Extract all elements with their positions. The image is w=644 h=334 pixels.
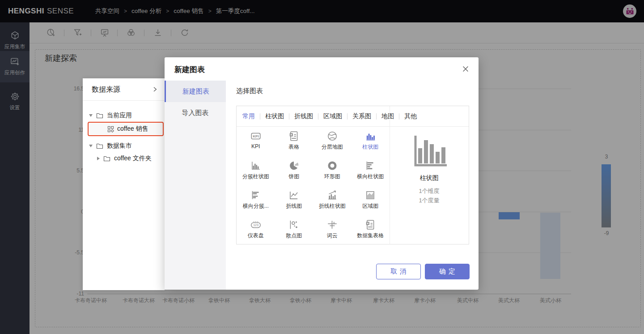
tab-new-chart[interactable]: 新建图表 [165, 81, 226, 102]
clustered-bar-icon [250, 160, 262, 171]
tab-divider [289, 113, 289, 120]
svg-text:123: 123 [253, 223, 258, 227]
chart-type-label: 词云 [327, 232, 338, 240]
caret-down-icon[interactable] [89, 145, 93, 147]
chart-select-box: 常用 柱状图 折线图 区域图 关系图 地图 其他 KPI KPI [236, 106, 469, 244]
chart-type-h-clustered-bar[interactable]: 横向分簇... [237, 186, 275, 215]
donut-icon [326, 160, 338, 171]
chart-type-label: KPI [251, 143, 260, 150]
caret-right-icon[interactable] [97, 157, 100, 160]
tab-divider [318, 113, 318, 120]
chart-type-label: 数据集表格 [357, 232, 384, 240]
bar-chart-preview-icon [410, 133, 449, 171]
category-tab-line[interactable]: 折线图 [294, 112, 313, 120]
tab-label: 新建图表 [182, 87, 209, 96]
hbar-icon [364, 160, 376, 171]
tree-item-coffee-folder[interactable]: coffee 文件夹 [97, 152, 152, 165]
tab-divider [376, 113, 377, 120]
folder-icon [96, 142, 103, 150]
preview-measure-hint: 1个度量 [390, 197, 469, 205]
chart-type-label: 分簇柱状图 [242, 173, 269, 180]
category-tab-bar[interactable]: 柱状图 [265, 112, 284, 120]
gauge-icon: 123 [250, 219, 262, 231]
datasource-panel: 数据来源 当前应用 coffee 销售 [83, 78, 165, 290]
close-icon[interactable] [462, 65, 470, 73]
table-doc-icon [288, 130, 300, 142]
preview-dimension-hint: 1个维度 [390, 187, 469, 195]
line-bar-icon [326, 189, 338, 201]
chart-type-label: 环形图 [324, 173, 340, 180]
chart-type-label: 表格 [288, 143, 299, 151]
tree-item-data-market[interactable]: 数据集市 [89, 140, 132, 152]
tree-item-label: coffee 文件夹 [114, 154, 152, 163]
chart-type-dataset-table[interactable]: 数据集表格 [352, 215, 390, 245]
chart-type-donut[interactable]: 环形图 [313, 156, 352, 186]
chart-type-layered-map[interactable]: 分层地图 [313, 127, 352, 156]
chart-type-label: 散点图 [286, 232, 302, 240]
line-icon [288, 189, 300, 201]
chart-type-area[interactable]: 区域图 [352, 186, 390, 215]
chart-type-scatter[interactable]: 散点图 [275, 215, 314, 245]
modal-side-tabs: 新建图表 导入图表 [165, 81, 226, 290]
chart-type-wordcloud[interactable]: 词云 [313, 215, 352, 245]
cancel-button[interactable]: 取消 [376, 264, 421, 279]
folder-icon [103, 155, 110, 162]
datasource-title: 数据来源 [92, 85, 120, 94]
tab-divider [347, 113, 347, 120]
chart-type-gauge[interactable]: 123 仪表盘 [237, 215, 275, 245]
chart-type-line-bar[interactable]: 折线柱状图 [313, 186, 352, 215]
chart-type-clustered-bar[interactable]: 分簇柱状图 [237, 156, 275, 186]
bar-chart-icon [364, 130, 376, 142]
chart-type-line[interactable]: 折线图 [275, 186, 314, 215]
chart-type-bar-selected[interactable]: 柱状图 [352, 127, 390, 156]
wordcloud-icon [326, 219, 338, 231]
chart-type-hbar[interactable]: 横向柱状图 [352, 156, 390, 186]
section-title: 选择图表 [236, 87, 263, 95]
category-tab-relation[interactable]: 关系图 [352, 112, 371, 120]
collapse-chevron-icon[interactable] [152, 86, 158, 93]
svg-text:KPI: KPI [253, 134, 259, 138]
category-tab-common[interactable]: 常用 [242, 112, 255, 120]
folder-icon [96, 112, 103, 119]
category-tab-area[interactable]: 区域图 [323, 112, 342, 120]
chart-type-label: 横向柱状图 [357, 173, 384, 180]
tree-item-coffee-sales-selected[interactable]: coffee 销售 [88, 122, 164, 136]
tree-item-label: 当前应用 [107, 111, 132, 120]
app-screen: HENGSHISENSE 共享空间 > coffee 分析 > coffee 销… [0, 0, 644, 334]
layered-map-icon [326, 130, 338, 142]
chart-type-pie[interactable]: 饼图 [275, 156, 314, 186]
dataset-table-icon [364, 219, 376, 231]
chart-type-label: 柱状图 [362, 143, 378, 151]
tree-item-label: 数据集市 [107, 142, 132, 150]
chart-type-kpi[interactable]: KPI KPI [237, 127, 275, 156]
tree-item-label: coffee 销售 [117, 125, 148, 133]
chart-type-label: 横向分簇... [243, 202, 269, 210]
scatter-icon [288, 219, 300, 231]
kpi-icon: KPI [250, 130, 262, 142]
chart-type-label: 折线柱状图 [319, 202, 346, 210]
caret-down-icon[interactable] [89, 114, 93, 117]
dataset-icon [107, 126, 114, 133]
new-chart-modal: 新建图表 新建图表 导入图表 选择图表 常用 柱状图 折线图 区域图 关系图 地… [165, 57, 479, 290]
chart-type-grid: KPI KPI 表格 [237, 127, 390, 245]
chart-preview: 柱状图 1个维度 1个度量 [390, 106, 469, 244]
chart-type-label: 饼图 [288, 173, 299, 180]
tab-divider [260, 113, 260, 120]
tab-label: 导入图表 [182, 109, 209, 117]
datasource-header: 数据来源 [83, 78, 165, 101]
chart-type-table[interactable]: 表格 [275, 127, 314, 156]
preview-chart-name: 柱状图 [390, 174, 469, 182]
modal-title: 新建图表 [174, 64, 205, 75]
tab-import-chart[interactable]: 导入图表 [165, 102, 226, 124]
chart-type-label: 仪表盘 [248, 232, 264, 240]
pie-icon [288, 160, 300, 171]
chart-type-label: 区域图 [362, 202, 378, 210]
area-icon [364, 189, 376, 201]
chart-type-label: 折线图 [286, 202, 302, 210]
tree-item-current-app[interactable]: 当前应用 [89, 109, 132, 122]
chart-type-label: 分层地图 [322, 143, 343, 151]
confirm-button[interactable]: 确定 [425, 264, 470, 279]
h-clustered-bar-icon [250, 189, 262, 201]
